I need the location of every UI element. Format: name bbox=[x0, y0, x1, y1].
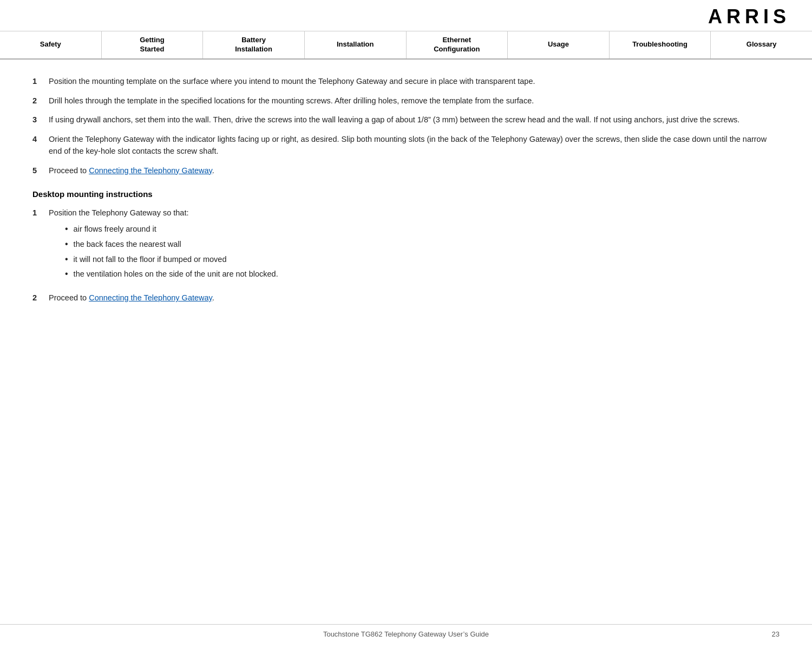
desktop-heading: Desktop mounting instructions bbox=[32, 189, 780, 199]
step-4-text: Orient the Telephony Gateway with the in… bbox=[49, 134, 780, 158]
bullet-ventilation: the ventilation holes on the side of the… bbox=[65, 268, 780, 280]
step-4: 4 Orient the Telephony Gateway with the … bbox=[32, 134, 780, 158]
step-1: 1 Position the mounting template on the … bbox=[32, 76, 780, 88]
desktop-mounting-steps: 1 Position the Telephony Gateway so that… bbox=[32, 207, 780, 304]
step-1-text: Position the mounting template on the su… bbox=[49, 76, 780, 88]
step-2-text: Drill holes through the template in the … bbox=[49, 95, 780, 107]
step-4-number: 4 bbox=[32, 134, 49, 158]
connecting-gateway-link-2[interactable]: Connecting the Telephony Gateway bbox=[89, 293, 212, 302]
nav-item-battery-installation[interactable]: BatteryInstallation bbox=[203, 31, 305, 58]
step-5: 5 Proceed to Connecting the Telephony Ga… bbox=[32, 165, 780, 177]
bullet-air-flows: air flows freely around it bbox=[65, 224, 780, 235]
step-5-text: Proceed to Connecting the Telephony Gate… bbox=[49, 165, 780, 177]
nav-item-troubleshooting[interactable]: Troubleshooting bbox=[610, 31, 711, 58]
step-5-number: 5 bbox=[32, 165, 49, 177]
bullet-not-fall: it will not fall to the floor if bumped … bbox=[65, 254, 780, 266]
nav-item-ethernet-configuration[interactable]: EthernetConfiguration bbox=[407, 31, 508, 58]
nav-item-usage[interactable]: Usage bbox=[508, 31, 610, 58]
bullet-back-faces: the back faces the nearest wall bbox=[65, 239, 780, 251]
main-content: 1 Position the mounting template on the … bbox=[0, 60, 812, 348]
wall-mounting-steps: 1 Position the mounting template on the … bbox=[32, 76, 780, 177]
step-2: 2 Drill holes through the template in th… bbox=[32, 95, 780, 107]
nav-item-installation[interactable]: Installation bbox=[305, 31, 407, 58]
logo-bar: ARRIS bbox=[0, 0, 812, 31]
desktop-step-2: 2 Proceed to Connecting the Telephony Ga… bbox=[32, 292, 780, 304]
desktop-step-1: 1 Position the Telephony Gateway so that… bbox=[32, 207, 780, 285]
desktop-step-2-number: 2 bbox=[32, 292, 49, 304]
step-3-text: If using drywall anchors, set them into … bbox=[49, 114, 780, 126]
connecting-gateway-link-1[interactable]: Connecting the Telephony Gateway bbox=[89, 166, 212, 175]
navigation-bar: Safety GettingStarted BatteryInstallatio… bbox=[0, 31, 812, 60]
footer-text: Touchstone TG862 Telephony Gateway User’… bbox=[323, 630, 489, 638]
desktop-step-1-text: Position the Telephony Gateway so that: … bbox=[49, 207, 780, 285]
step-3: 3 If using drywall anchors, set them int… bbox=[32, 114, 780, 126]
step-2-number: 2 bbox=[32, 95, 49, 107]
desktop-step-2-text: Proceed to Connecting the Telephony Gate… bbox=[49, 292, 780, 304]
logo: ARRIS bbox=[708, 5, 790, 28]
step-1-number: 1 bbox=[32, 76, 49, 88]
nav-item-getting-started[interactable]: GettingStarted bbox=[102, 31, 204, 58]
nav-item-glossary[interactable]: Glossary bbox=[711, 31, 812, 58]
step-3-number: 3 bbox=[32, 114, 49, 126]
page-number: 23 bbox=[772, 630, 780, 638]
desktop-bullet-list: air flows freely around it the back face… bbox=[65, 224, 780, 280]
nav-item-safety[interactable]: Safety bbox=[0, 31, 102, 58]
desktop-step-1-number: 1 bbox=[32, 207, 49, 285]
